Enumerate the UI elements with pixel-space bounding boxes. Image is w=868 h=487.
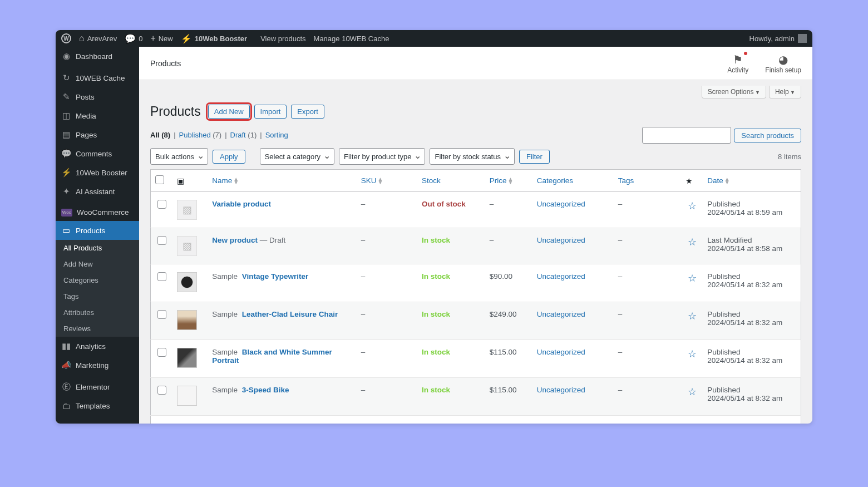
search-input[interactable] [642, 127, 731, 144]
submenu-attributes[interactable]: Attributes [56, 304, 139, 321]
sample-badge: Sample [212, 310, 238, 318]
admin-bar: W ⌂ArevArev 💬0 +New ⚡10Web Booster View … [56, 30, 812, 47]
featured-star-icon[interactable]: ☆ [688, 200, 697, 211]
submenu-tags[interactable]: Tags [56, 288, 139, 304]
column-date[interactable]: Date▲▼ [703, 170, 801, 192]
menu-products[interactable]: ▭Products [56, 221, 139, 240]
category-link[interactable]: Uncategorized [537, 348, 585, 356]
sku-cell: – [357, 378, 417, 416]
filter-draft[interactable]: Draft (1) [230, 131, 257, 139]
menu-10web-cache[interactable]: ↻10WEB Cache [56, 68, 139, 87]
menu-elementor[interactable]: ⒺElementor [56, 377, 139, 396]
filter-published[interactable]: Published (7) [179, 131, 222, 139]
menu-ai-assistant[interactable]: ✦AI Assistant [56, 182, 139, 201]
featured-star-icon[interactable]: ☆ [688, 348, 697, 360]
help-tab[interactable]: Help [769, 86, 801, 99]
new-link[interactable]: +New [150, 33, 172, 43]
product-thumbnail[interactable] [177, 310, 197, 330]
page-title: Products [150, 104, 201, 119]
menu-templates[interactable]: 🗀Templates [56, 396, 139, 415]
sku-cell: – [357, 192, 417, 228]
product-title-link[interactable]: New product [212, 236, 258, 244]
price-cell: – [485, 192, 532, 228]
comments-link[interactable]: 💬0 [125, 33, 142, 44]
table-row: Sample Leather-Clad Leisure Chair–In sto… [151, 302, 801, 340]
date-cell: Published2024/05/14 at 8:32 am [703, 340, 801, 378]
menu-comments[interactable]: 💬Comments [56, 144, 139, 163]
table-row: Sample Vintage Typewriter–In stock$90.00… [151, 264, 801, 302]
add-new-button[interactable]: Add New [208, 105, 250, 119]
featured-star-icon[interactable]: ☆ [688, 311, 697, 322]
activity-button[interactable]: ⚑ Activity [727, 53, 748, 74]
wp-logo-icon[interactable]: W [61, 33, 71, 43]
category-link[interactable]: Uncategorized [537, 272, 585, 281]
filter-button[interactable]: Filter [519, 150, 550, 164]
booster-link[interactable]: ⚡10Web Booster [181, 33, 247, 44]
product-title-link[interactable]: Leather-Clad Leisure Chair [242, 310, 338, 318]
howdy-label[interactable]: Howdy, admin [749, 35, 795, 43]
column-name[interactable]: Name▲▼ [208, 170, 356, 192]
import-button[interactable]: Import [254, 105, 287, 119]
menu-analytics[interactable]: ▮▮Analytics [56, 337, 139, 356]
category-link[interactable]: Uncategorized [537, 386, 585, 394]
sku-cell: – [357, 302, 417, 340]
submenu-add-new[interactable]: Add New [56, 256, 139, 272]
tags-cell: – [614, 228, 682, 264]
category-link[interactable]: Uncategorized [537, 236, 585, 244]
menu-10web-booster[interactable]: ⚡10Web Booster [56, 163, 139, 182]
row-checkbox[interactable] [157, 236, 166, 245]
apply-button[interactable]: Apply [213, 150, 245, 164]
featured-star-icon[interactable]: ☆ [688, 386, 697, 397]
megaphone-icon: 📣 [61, 360, 71, 370]
select-all-checkbox[interactable] [155, 175, 164, 184]
product-thumbnail[interactable] [177, 348, 197, 368]
menu-media[interactable]: ◫Media [56, 106, 139, 125]
row-checkbox[interactable] [157, 386, 166, 395]
main-content: Products ⚑ Activity ◕ Finish setup Scree… [139, 47, 812, 424]
table-row: ▨New product — Draft–In stock–Uncategori… [151, 228, 801, 264]
category-link[interactable]: Uncategorized [537, 310, 585, 318]
row-checkbox[interactable] [157, 200, 166, 209]
row-checkbox[interactable] [157, 310, 166, 319]
menu-pages[interactable]: ▤Pages [56, 125, 139, 144]
product-thumbnail[interactable] [177, 386, 197, 406]
stock-status: In stock [422, 310, 450, 318]
featured-star-icon[interactable]: ☆ [688, 273, 697, 284]
search-button[interactable]: Search products [734, 129, 801, 142]
category-link[interactable]: Uncategorized [537, 200, 585, 208]
product-title-link[interactable]: Variable product [212, 200, 271, 208]
column-stock: Stock [417, 170, 485, 192]
filter-sorting[interactable]: Sorting [265, 131, 288, 139]
category-filter-select[interactable]: Select a category [260, 148, 334, 165]
site-link[interactable]: ⌂ArevArev [79, 33, 117, 43]
submenu-all-products[interactable]: All Products [56, 240, 139, 256]
menu-dashboard[interactable]: ◉Dashboard [56, 47, 139, 66]
column-price[interactable]: Price▲▼ [485, 170, 532, 192]
view-products-link[interactable]: View products [260, 35, 305, 43]
stock-status: In stock [422, 272, 450, 281]
column-sku[interactable]: SKU▲▼ [357, 170, 417, 192]
stock-status-filter-select[interactable]: Filter by stock status [430, 148, 514, 165]
table-row: Sample 3-Speed Bike–In stock$115.00Uncat… [151, 378, 801, 416]
export-button[interactable]: Export [291, 105, 324, 119]
screen-options-tab[interactable]: Screen Options [702, 86, 766, 99]
date-cell: Published2024/05/14 at 8:59 am [703, 192, 801, 228]
manage-cache-link[interactable]: Manage 10WEB Cache [314, 35, 389, 43]
featured-star-icon[interactable]: ☆ [688, 237, 697, 248]
avatar-icon[interactable] [798, 34, 807, 43]
finish-setup-button[interactable]: ◕ Finish setup [765, 53, 801, 74]
product-title-link[interactable]: 3-Speed Bike [242, 386, 289, 394]
product-type-filter-select[interactable]: Filter by product type [339, 148, 425, 165]
filter-all[interactable]: All (8) [150, 131, 170, 139]
menu-woocommerce[interactable]: WooWooCommerce [56, 204, 139, 221]
product-thumbnail[interactable] [177, 272, 197, 292]
woo-header: Products ⚑ Activity ◕ Finish setup [139, 47, 812, 80]
row-checkbox[interactable] [157, 348, 166, 357]
product-title-link[interactable]: Vintage Typewriter [242, 272, 309, 281]
submenu-reviews[interactable]: Reviews [56, 321, 139, 337]
bulk-actions-select[interactable]: Bulk actions [150, 148, 208, 165]
row-checkbox[interactable] [157, 272, 166, 281]
menu-marketing[interactable]: 📣Marketing [56, 356, 139, 375]
menu-posts[interactable]: ✎Posts [56, 87, 139, 106]
submenu-categories[interactable]: Categories [56, 272, 139, 288]
